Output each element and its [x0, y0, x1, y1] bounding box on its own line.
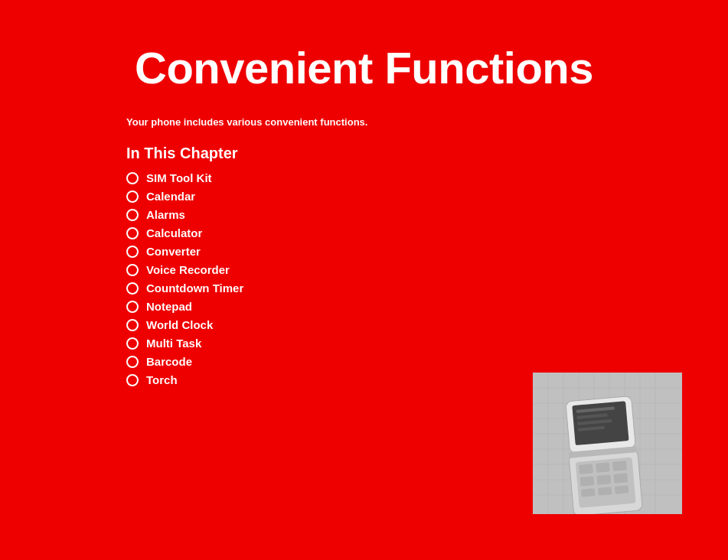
list-item-label: World Clock — [146, 318, 213, 331]
list-item-label: Calculator — [146, 226, 202, 239]
list-item: Voice Recorder — [126, 262, 728, 278]
bullet-icon — [126, 172, 139, 184]
svg-rect-23 — [596, 474, 611, 485]
list-item: Barcode — [126, 353, 728, 370]
bullet-icon — [126, 282, 139, 295]
list-item: Alarms — [126, 207, 728, 223]
svg-rect-20 — [596, 462, 610, 473]
bullet-icon — [126, 374, 139, 386]
list-item-label: SIM Tool Kit — [146, 171, 212, 184]
intro-text: Your phone includes various convenient f… — [126, 116, 728, 128]
list-item-label: Voice Recorder — [146, 263, 230, 276]
list-item-label: Notepad — [146, 300, 192, 313]
list-item-label: Countdown Timer — [146, 282, 243, 295]
svg-rect-24 — [613, 473, 628, 483]
svg-rect-26 — [598, 487, 612, 496]
svg-rect-19 — [579, 464, 593, 474]
list-item: Countdown Timer — [126, 280, 728, 296]
chapter-heading: In This Chapter — [126, 145, 728, 162]
svg-rect-25 — [581, 488, 596, 497]
list-item: Multi Task — [126, 335, 728, 351]
list-item: Calendar — [126, 188, 728, 204]
bullet-icon — [126, 264, 139, 276]
phone-illustration — [533, 373, 682, 514]
bullet-icon — [126, 246, 139, 258]
list-item-label: Alarms — [146, 208, 185, 221]
list-item-label: Torch — [146, 373, 178, 386]
list-item-label: Multi Task — [146, 337, 201, 350]
page-title: Convenient Functions — [0, 0, 728, 116]
list-item-label: Barcode — [146, 355, 192, 368]
list-item: Converter — [126, 243, 728, 259]
bullet-icon — [126, 356, 139, 368]
list-item: World Clock — [126, 317, 728, 333]
chapter-list: SIM Tool KitCalendarAlarmsCalculatorConv… — [126, 170, 728, 388]
svg-rect-27 — [615, 485, 629, 494]
list-item: Calculator — [126, 225, 728, 241]
bullet-icon — [126, 337, 139, 350]
list-item: Notepad — [126, 298, 728, 314]
bullet-icon — [126, 209, 139, 221]
bullet-icon — [126, 190, 139, 203]
svg-rect-21 — [612, 461, 627, 471]
bullet-icon — [126, 227, 139, 239]
bullet-icon — [126, 319, 139, 331]
bullet-icon — [126, 301, 139, 313]
list-item: SIM Tool Kit — [126, 170, 728, 186]
svg-rect-22 — [579, 476, 594, 487]
list-item-label: Calendar — [146, 190, 195, 203]
list-item-label: Converter — [146, 245, 201, 258]
